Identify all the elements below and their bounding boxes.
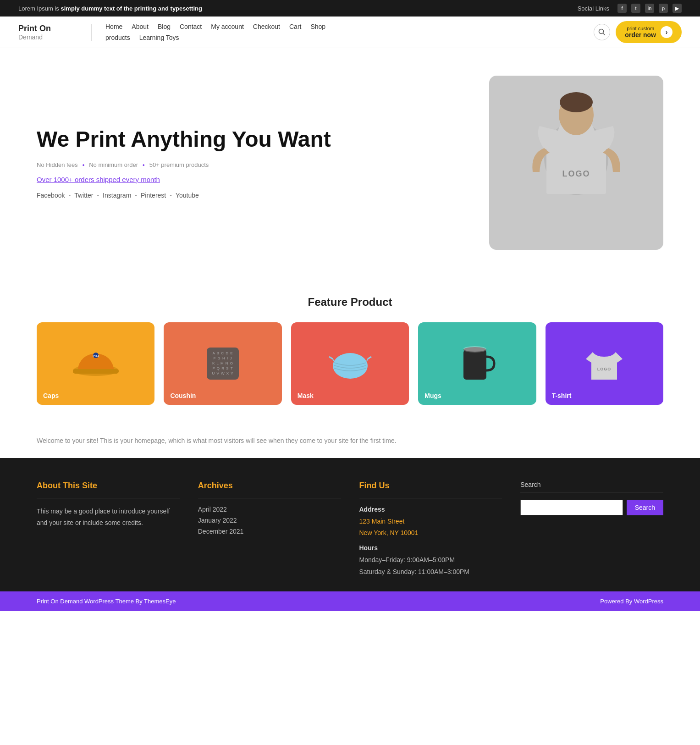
- nav-about[interactable]: About: [132, 23, 149, 30]
- search-widget-row: Search: [520, 500, 663, 515]
- nav-blog[interactable]: Blog: [158, 23, 171, 30]
- nav-products[interactable]: products: [105, 34, 130, 41]
- caps-label: Caps: [43, 392, 59, 399]
- footer-about-title: About This Site: [37, 481, 180, 491]
- orders-link[interactable]: Over 1000+ orders shipped every month: [37, 176, 471, 183]
- mugs-illustration: [457, 341, 498, 386]
- svg-rect-23: [463, 350, 486, 380]
- footer-findus-title: Find Us: [359, 481, 502, 491]
- hero-illustration: LOGO: [498, 80, 654, 245]
- search-widget-label: Search: [520, 481, 663, 488]
- footer-bottom: Print On Demand WordPress Theme By Theme…: [0, 591, 700, 611]
- svg-rect-9: [73, 369, 119, 374]
- twitter-icon[interactable]: t: [631, 4, 640, 13]
- badge-premium-products: 50+ premium products: [149, 161, 209, 168]
- svg-line-1: [603, 33, 605, 35]
- hero-left: We Print Anything You Want No Hidden fee…: [37, 127, 489, 199]
- hours-label: Hours: [359, 544, 502, 552]
- youtube-icon[interactable]: ▶: [672, 4, 682, 13]
- logo-title: Print On: [18, 24, 77, 33]
- cta-arrow-icon: ›: [661, 26, 672, 38]
- hours-text: Monday–Friday: 9:00AM–5:00PM Saturday & …: [359, 554, 502, 577]
- social-pinterest[interactable]: Pinterest: [141, 192, 166, 199]
- footer-search-button[interactable]: Search: [627, 500, 663, 515]
- social-links-area: Social Links f t in p ▶: [578, 4, 682, 13]
- mask-illustration: [327, 345, 373, 382]
- feature-title: Feature Product: [37, 296, 663, 309]
- hero-image-area: LOGO: [489, 76, 663, 250]
- nav-learning-toys[interactable]: Learning Toys: [139, 34, 179, 41]
- welcome-section: Welcome to your site! This is your homep…: [0, 423, 700, 458]
- products-grid: PHJ Caps A B C D E F G H I J K L M N O P…: [37, 322, 663, 405]
- svg-line-19: [329, 357, 333, 359]
- product-card-mugs[interactable]: Mugs: [418, 322, 536, 405]
- pinterest-icon[interactable]: p: [659, 4, 668, 13]
- footer-about-text: This may be a good place to introduce yo…: [37, 506, 180, 529]
- mugs-label: Mugs: [424, 392, 441, 399]
- product-card-caps[interactable]: PHJ Caps: [37, 322, 154, 405]
- cta-text: print custom order now: [625, 26, 656, 39]
- address-label: Address: [359, 506, 502, 513]
- footer-bottom-left: Print On Demand WordPress Theme By Theme…: [37, 598, 176, 605]
- hero-social-links: Facebook - Twitter - Instagram - Pintere…: [37, 192, 471, 199]
- nav-my-account[interactable]: My account: [211, 23, 244, 30]
- nav-shop[interactable]: Shop: [310, 23, 325, 30]
- footer-findus-col: Find Us Address 123 Main Street New York…: [359, 481, 502, 578]
- product-card-mask[interactable]: Mask: [291, 322, 409, 405]
- logo: Print On Demand: [18, 24, 92, 41]
- svg-text:P Q R S T: P Q R S T: [213, 366, 233, 370]
- archive-april-2022[interactable]: April 2022: [198, 506, 341, 513]
- product-card-coushin[interactable]: A B C D E F G H I J K L M N O P Q R S T …: [164, 322, 281, 405]
- social-instagram[interactable]: Instagram: [103, 192, 131, 199]
- footer-search-col: Search Search: [520, 481, 663, 578]
- footer: About This Site This may be a good place…: [0, 458, 700, 591]
- svg-line-22: [367, 359, 368, 361]
- svg-text:F G H I J: F G H I J: [214, 356, 232, 360]
- nav-bottom-row: products Learning Toys: [105, 34, 594, 41]
- footer-bottom-right: Powered By WordPress: [600, 598, 663, 605]
- marquee-text: Lorem Ipsum is simply dummy text of the …: [18, 5, 202, 12]
- social-links-label: Social Links: [578, 5, 609, 12]
- social-twitter[interactable]: Twitter: [74, 192, 93, 199]
- badge-no-minimum-order: No minimum order: [89, 161, 138, 168]
- caps-illustration: PHJ: [71, 345, 121, 382]
- cta-line2: order now: [625, 31, 656, 39]
- top-bar: Lorem Ipsum is simply dummy text of the …: [0, 0, 700, 17]
- welcome-text: Welcome to your site! This is your homep…: [37, 437, 663, 444]
- address-line1: 123 Main Street New York, NY 10001: [359, 516, 502, 539]
- svg-text:U V W X Y: U V W X Y: [212, 371, 234, 375]
- hero-section: We Print Anything You Want No Hidden fee…: [0, 48, 700, 277]
- navigation: Home About Blog Contact My account Check…: [105, 23, 594, 41]
- nav-checkout[interactable]: Checkout: [253, 23, 280, 30]
- svg-text:A B C D E: A B C D E: [213, 351, 233, 355]
- nav-home[interactable]: Home: [105, 23, 122, 30]
- archive-january-2022[interactable]: January 2022: [198, 517, 341, 524]
- search-icon: [598, 28, 606, 36]
- tshirt-label: T-shirt: [552, 392, 572, 399]
- instagram-icon[interactable]: in: [645, 4, 654, 13]
- svg-point-7: [560, 92, 593, 112]
- svg-text:PHJ: PHJ: [93, 354, 99, 358]
- footer-about-col: About This Site This may be a good place…: [37, 481, 180, 578]
- logo-sub: Demand: [18, 33, 77, 41]
- product-card-tshirt[interactable]: LOGO T-shirt: [546, 322, 663, 405]
- svg-point-18: [333, 353, 368, 379]
- mask-label: Mask: [298, 392, 314, 399]
- nav-contact[interactable]: Contact: [180, 23, 202, 30]
- footer-search-input[interactable]: [520, 500, 623, 515]
- header-search-button[interactable]: [594, 24, 610, 40]
- social-youtube[interactable]: Youtube: [176, 192, 199, 199]
- hero-image: LOGO: [489, 76, 663, 250]
- print-custom-order-button[interactable]: print custom order now ›: [616, 21, 682, 43]
- svg-text:LOGO: LOGO: [597, 367, 612, 371]
- nav-cart[interactable]: Cart: [289, 23, 301, 30]
- nav-top-row: Home About Blog Contact My account Check…: [105, 23, 594, 30]
- archive-december-2021[interactable]: December 2021: [198, 528, 341, 535]
- coushin-illustration: A B C D E F G H I J K L M N O P Q R S T …: [200, 343, 246, 384]
- svg-point-0: [599, 29, 604, 34]
- social-facebook[interactable]: Facebook: [37, 192, 65, 199]
- hero-badges: No Hidden fees • No minimum order • 50+ …: [37, 161, 471, 168]
- header-actions: print custom order now ›: [594, 21, 682, 43]
- svg-line-20: [368, 357, 371, 359]
- facebook-icon[interactable]: f: [617, 4, 627, 13]
